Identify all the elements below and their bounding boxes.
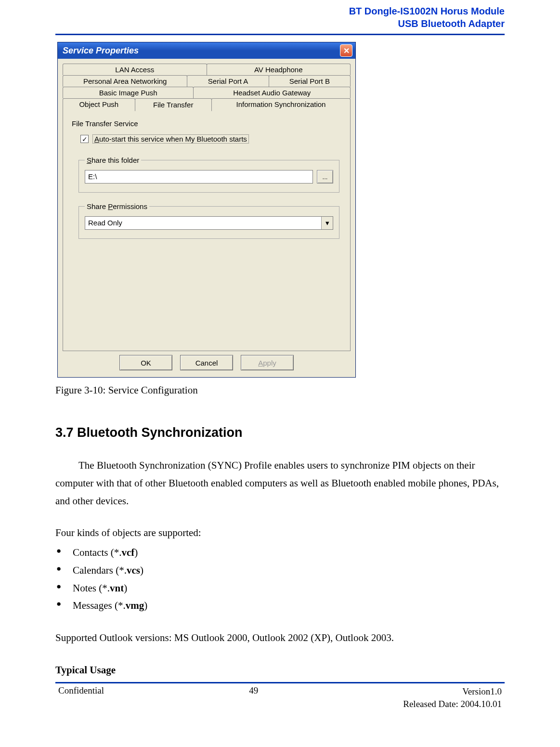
ok-button[interactable]: OK: [119, 355, 172, 370]
tab-object-push[interactable]: Object Push: [63, 98, 135, 111]
page-footer: Confidential 49 Version1.0 Released Date…: [55, 685, 505, 711]
dialog-title: Service Properties: [63, 46, 139, 56]
tab-av-headphone[interactable]: AV Headphone: [207, 64, 351, 75]
typical-usage-heading: Typical Usage: [55, 661, 505, 679]
tab-headset-ag[interactable]: Headset Audio Gateway: [193, 87, 351, 98]
footer-rule: [55, 682, 505, 683]
header-line-2: USB Bluetooth Adapter: [55, 17, 505, 30]
tab-pane-file-transfer: File Transfer Service ✓ Auto-start this …: [63, 110, 351, 351]
section-heading: 3.7 Bluetooth Synchronization: [55, 425, 505, 440]
tab-info-sync[interactable]: Information Synchronization: [211, 98, 351, 111]
tab-lan-access[interactable]: LAN Access: [63, 64, 207, 75]
share-permissions-legend: Share Permissions: [85, 202, 149, 210]
share-folder-group: Share this folder E:\ ...: [78, 156, 339, 193]
list-item: Contacts (*.vcf): [55, 544, 505, 562]
list-intro: Four kinds of objects are supported:: [55, 524, 505, 542]
service-label: File Transfer Service: [72, 119, 341, 128]
tabs-container: LAN Access AV Headphone Personal Area Ne…: [63, 64, 351, 351]
document-header: BT Dongle-IS1002N Horus Module USB Bluet…: [55, 5, 505, 30]
tab-serial-b[interactable]: Serial Port B: [269, 75, 351, 87]
tab-serial-a[interactable]: Serial Port A: [187, 75, 269, 87]
apply-button: Apply: [241, 355, 294, 370]
list-item: Messages (*.vmg): [55, 597, 505, 615]
list-item: Calendars (*.vcs): [55, 562, 505, 579]
section-paragraph-1: The Bluetooth Synchronization (SYNC) Pro…: [55, 457, 505, 510]
footer-left: Confidential: [58, 685, 104, 696]
dialog-titlebar[interactable]: Service Properties ✕: [58, 42, 355, 59]
share-folder-legend: Share this folder: [85, 156, 141, 164]
tab-basic-image-push[interactable]: Basic Image Push: [63, 87, 194, 98]
share-permissions-group: Share Permissions Read Only ▾: [78, 202, 339, 239]
footer-version: Version1.0: [403, 685, 502, 698]
browse-button[interactable]: ...: [317, 170, 333, 183]
tab-file-transfer[interactable]: File Transfer: [135, 98, 212, 111]
header-line-1: BT Dongle-IS1002N Horus Module: [55, 5, 505, 17]
autostart-checkbox[interactable]: ✓: [80, 135, 89, 143]
header-rule: [55, 34, 505, 35]
figure-caption: Figure 3-10: Service Configuration: [55, 384, 505, 396]
list-item: Notes (*.vnt): [55, 579, 505, 597]
close-icon[interactable]: ✕: [340, 44, 352, 57]
autostart-label: Auto-start this service when My Bluetoot…: [92, 134, 249, 144]
chevron-down-icon[interactable]: ▾: [321, 217, 333, 229]
tab-pan[interactable]: Personal Area Networking: [63, 75, 187, 87]
footer-date: Released Date: 2004.10.01: [403, 698, 502, 711]
outlook-versions: Supported Outlook versions: MS Outlook 2…: [55, 629, 505, 647]
share-folder-input[interactable]: E:\: [85, 170, 313, 183]
page-number: 49: [104, 685, 403, 696]
share-permissions-combo[interactable]: Read Only ▾: [85, 216, 333, 230]
object-list: Contacts (*.vcf) Calendars (*.vcs) Notes…: [55, 544, 505, 615]
cancel-button[interactable]: Cancel: [180, 355, 233, 370]
service-properties-dialog: Service Properties ✕ LAN Access AV Headp…: [57, 42, 356, 378]
share-permissions-value: Read Only: [85, 217, 321, 229]
